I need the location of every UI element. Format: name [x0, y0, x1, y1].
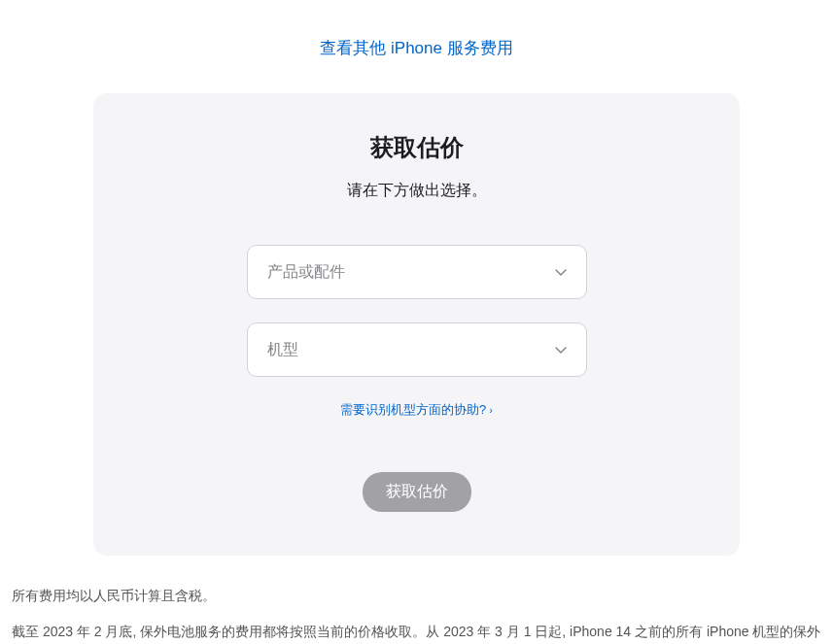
model-select-wrapper: 机型	[247, 322, 587, 377]
chevron-right-icon: ›	[489, 404, 493, 416]
product-select-wrapper: 产品或配件	[247, 245, 587, 299]
product-select-placeholder: 产品或配件	[267, 262, 345, 283]
get-estimate-button[interactable]: 获取估价	[363, 472, 471, 512]
chevron-down-icon	[555, 343, 567, 356]
button-wrapper: 获取估价	[152, 472, 681, 512]
chevron-down-icon	[555, 265, 567, 279]
model-select-placeholder: 机型	[267, 340, 298, 360]
footer-line-2: 截至 2023 年 2 月底, 保外电池服务的费用都将按照当前的价格收取。从 2…	[12, 619, 821, 644]
card-subtitle: 请在下方做出选择。	[152, 181, 681, 201]
estimate-card: 获取估价 请在下方做出选择。 产品或配件 机型 需要识别机型方面的协助?›	[93, 93, 740, 556]
identify-model-help-link[interactable]: 需要识别机型方面的协助?›	[340, 402, 493, 417]
footer-line-1: 所有费用均以人民币计算且含税。	[12, 583, 821, 609]
help-link-text: 需要识别机型方面的协助?	[340, 402, 486, 417]
help-link-container: 需要识别机型方面的协助?›	[152, 400, 681, 419]
card-title: 获取估价	[152, 132, 681, 163]
footer-notes: 所有费用均以人民币计算且含税。 截至 2023 年 2 月底, 保外电池服务的费…	[0, 556, 833, 644]
top-link-container: 查看其他 iPhone 服务费用	[0, 0, 833, 93]
view-other-services-link[interactable]: 查看其他 iPhone 服务费用	[320, 39, 512, 57]
footer-line-2-text: 截至 2023 年 2 月底, 保外电池服务的费用都将按照当前的价格收取。从 2…	[12, 624, 820, 644]
model-select[interactable]: 机型	[247, 322, 587, 377]
product-select[interactable]: 产品或配件	[247, 245, 587, 299]
